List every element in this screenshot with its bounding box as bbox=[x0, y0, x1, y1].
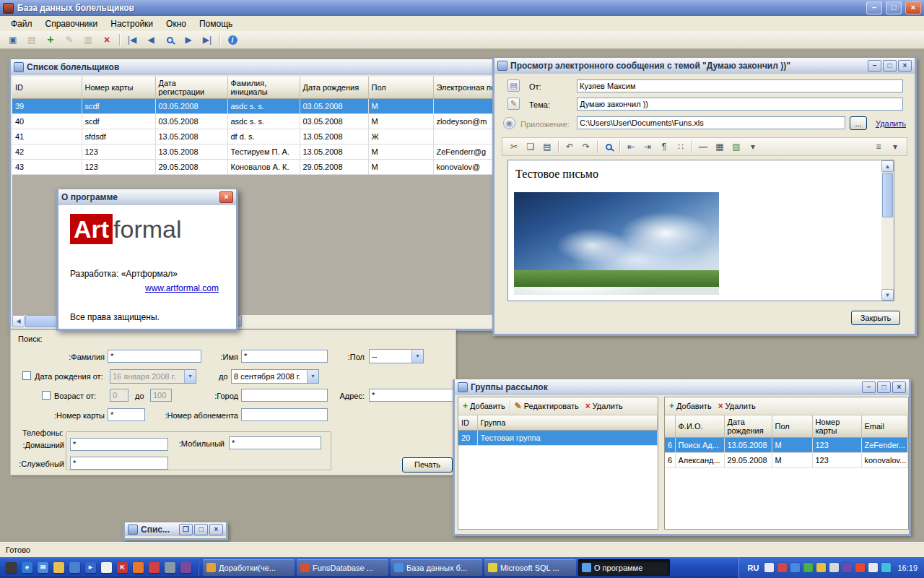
grid-cell[interactable]: Тестируем П. А. bbox=[227, 144, 300, 159]
add-icon[interactable]: + Добавить bbox=[461, 400, 507, 413]
grid-cell[interactable]: М bbox=[772, 437, 812, 452]
redo-icon[interactable]: ↷ bbox=[578, 139, 594, 154]
copy-icon[interactable]: ❏ bbox=[523, 139, 539, 154]
dropdown-icon[interactable]: ▾ bbox=[887, 139, 903, 154]
close-button[interactable]: × bbox=[898, 60, 912, 72]
find-icon[interactable] bbox=[601, 139, 616, 154]
scrollbar-track[interactable] bbox=[243, 315, 527, 327]
tray-warning-icon[interactable] bbox=[816, 563, 826, 572]
grid-cell[interactable]: 123 bbox=[812, 437, 861, 452]
grid-cell[interactable]: df d. s. bbox=[227, 129, 300, 144]
grid-cell[interactable]: М bbox=[368, 113, 433, 129]
grid-cell[interactable]: 43 bbox=[12, 159, 82, 174]
grid-cell[interactable]: konovalov... bbox=[861, 452, 908, 467]
chevron-down-icon[interactable]: ▾ bbox=[184, 370, 196, 383]
undo-icon[interactable]: ↶ bbox=[562, 139, 578, 154]
grid-cell[interactable]: 20 bbox=[458, 430, 477, 445]
scroll-up-icon[interactable]: ▲ bbox=[881, 160, 894, 172]
scroll-down-icon[interactable]: ▼ bbox=[881, 289, 894, 301]
start-menu-icon[interactable] bbox=[6, 562, 17, 573]
grid-cell[interactable]: 123 bbox=[812, 452, 861, 467]
grid-cell[interactable]: 6 bbox=[665, 452, 675, 467]
firstname-input[interactable] bbox=[241, 350, 328, 363]
print-button[interactable]: Печать bbox=[402, 457, 453, 473]
grid-cell[interactable]: 03.05.2008 bbox=[155, 98, 227, 113]
fans-grid-row[interactable]: 39 scdf 03.05.2008 asdc s. s. 03.05.2008… bbox=[12, 98, 539, 113]
taskbar-button[interactable]: Доработки(че... bbox=[203, 559, 295, 576]
grid-cell[interactable]: 03.05.2008 bbox=[155, 113, 227, 129]
scrollbar-track[interactable] bbox=[881, 218, 894, 289]
menu-item[interactable]: Окно bbox=[160, 17, 193, 30]
grid-cell[interactable]: 13.05.2008 bbox=[300, 129, 368, 144]
menu-item[interactable]: Настройки bbox=[104, 17, 160, 30]
column-header[interactable]: Дата рождения bbox=[300, 77, 368, 98]
indent-decrease-icon[interactable]: ⇤ bbox=[623, 139, 639, 154]
tray-save-icon[interactable] bbox=[764, 563, 774, 572]
grid-cell[interactable]: 03.05.2008 bbox=[300, 98, 368, 113]
age-checkbox[interactable] bbox=[42, 391, 51, 400]
close-button[interactable]: × bbox=[892, 381, 906, 393]
vertical-scrollbar[interactable]: ▲ ▼ bbox=[881, 160, 894, 301]
list-icon[interactable]: ∷ bbox=[673, 139, 689, 154]
birth-to-datepicker[interactable]: 8 сентября 2008 г. ▾ bbox=[231, 369, 319, 384]
birth-date-checkbox[interactable] bbox=[22, 371, 31, 380]
close-button[interactable]: × bbox=[905, 1, 921, 14]
folder-icon[interactable] bbox=[53, 562, 64, 573]
tray-shield-icon[interactable] bbox=[777, 563, 787, 572]
open-icon[interactable]: ▤ bbox=[23, 32, 40, 48]
scrollbar-thumb[interactable] bbox=[882, 173, 893, 217]
horizontal-line-icon[interactable]: — bbox=[695, 139, 711, 154]
grid-cell[interactable]: Александ... bbox=[675, 452, 724, 467]
align-icon[interactable]: ≡ bbox=[871, 139, 886, 154]
work-phone-input[interactable] bbox=[70, 457, 168, 470]
edit-record-icon[interactable]: ✎ bbox=[61, 32, 78, 48]
column-header[interactable]: Группа bbox=[477, 415, 658, 430]
format-marks-icon[interactable]: ¶ bbox=[656, 139, 672, 154]
grid-cell[interactable]: scdf bbox=[82, 113, 155, 129]
grid-cell[interactable]: sfdsdf bbox=[82, 129, 155, 144]
grid-cell[interactable]: 03.05.2008 bbox=[300, 113, 368, 129]
save-record-icon[interactable]: ▥ bbox=[79, 32, 97, 48]
minimize-button[interactable]: – bbox=[866, 1, 882, 14]
add-icon[interactable]: + Добавить bbox=[667, 400, 714, 413]
taskbar-button[interactable]: FunsDatabase ... bbox=[297, 559, 388, 576]
delete-record-icon[interactable]: × bbox=[98, 32, 116, 48]
maximize-button[interactable]: □ bbox=[886, 1, 902, 14]
maximize-button[interactable]: □ bbox=[194, 524, 208, 535]
website-link[interactable]: www.artformal.com bbox=[145, 283, 219, 293]
document-icon[interactable] bbox=[101, 562, 112, 573]
taskbar-button[interactable]: База данных б... bbox=[391, 559, 482, 576]
grid-cell[interactable]: 13.05.2008 bbox=[300, 144, 368, 159]
fans-grid-row[interactable]: 40 scdf 03.05.2008 asdc s. s. 03.05.2008… bbox=[12, 113, 539, 129]
media-player-icon[interactable]: ► bbox=[85, 562, 96, 573]
k-application-icon[interactable]: K bbox=[117, 562, 128, 573]
grid-cell[interactable]: Тестовая группа bbox=[477, 430, 658, 445]
prev-record-icon[interactable]: ◀ bbox=[142, 32, 160, 48]
grid-cell[interactable]: М bbox=[368, 144, 433, 159]
insert-table-icon[interactable]: ▦ bbox=[712, 139, 728, 154]
grid-cell[interactable]: 39 bbox=[12, 98, 82, 113]
column-header[interactable]: ID bbox=[458, 415, 477, 430]
members-grid-row[interactable]: 6 Поиск Ад... 13.05.2008 М 123 ZeFender.… bbox=[665, 437, 908, 452]
grid-cell[interactable]: М bbox=[772, 452, 812, 467]
column-header[interactable]: Email bbox=[861, 415, 908, 437]
grid-cell[interactable]: 123 bbox=[82, 144, 155, 159]
column-header[interactable] bbox=[665, 415, 675, 437]
grid-cell[interactable]: Коновалов А. К. bbox=[227, 159, 300, 174]
grid-cell[interactable]: Ж bbox=[368, 129, 433, 144]
close-button[interactable]: × bbox=[219, 191, 233, 203]
add-record-icon[interactable]: + bbox=[42, 32, 59, 48]
fans-grid-row[interactable]: 43 123 29.05.2008 Коновалов А. К. 29.05.… bbox=[12, 159, 539, 174]
indent-increase-icon[interactable]: ⇥ bbox=[640, 139, 655, 154]
tray-update-icon[interactable] bbox=[803, 563, 813, 572]
messenger-icon[interactable] bbox=[165, 562, 175, 573]
grid-cell[interactable]: Поиск Ад... bbox=[675, 437, 724, 452]
abonement-input[interactable] bbox=[241, 408, 328, 421]
grid-cell[interactable]: asdc s. s. bbox=[227, 98, 300, 113]
home-phone-input[interactable] bbox=[70, 438, 168, 451]
column-header[interactable]: Дата рождения bbox=[724, 415, 772, 437]
maximize-button[interactable]: □ bbox=[883, 60, 897, 72]
maximize-button[interactable]: □ bbox=[877, 381, 891, 393]
menu-item[interactable]: Справочники bbox=[39, 17, 105, 30]
internet-explorer-icon[interactable]: e bbox=[22, 562, 32, 573]
